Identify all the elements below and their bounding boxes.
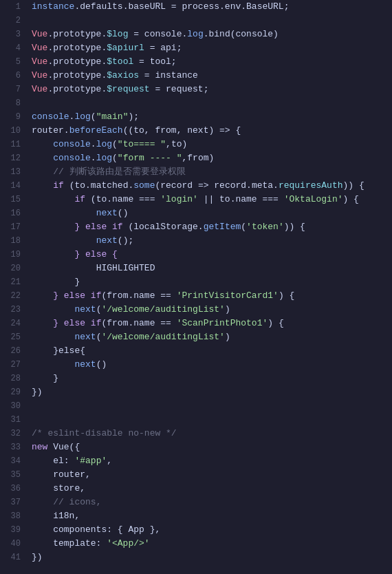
line-number: 28 <box>0 372 21 385</box>
token: beforeEach <box>69 125 123 136</box>
line-number: 13 <box>0 165 21 179</box>
code-line: next() <box>32 206 392 220</box>
token: ) <box>225 304 230 315</box>
token: )) { <box>343 180 364 191</box>
line-number: 40 <box>0 537 21 551</box>
code-line: } else if (localStorage.getItem('token')… <box>32 220 392 234</box>
line-number: 21 <box>0 275 21 289</box>
token: Vue <box>32 43 47 53</box>
line-number: 41 <box>0 551 21 564</box>
line-number: 3 <box>0 28 21 41</box>
token: } else if <box>53 318 101 328</box>
line-number: 4 <box>0 41 21 55</box>
token: }) <box>32 552 43 562</box>
token: new <box>32 442 47 452</box>
token <box>32 373 53 383</box>
line-number: 9 <box>0 110 21 124</box>
code-line: console.log("main"); <box>32 110 392 124</box>
token: $tool <box>107 56 133 67</box>
token: '#app' <box>74 456 107 466</box>
token: "to==== " <box>118 139 166 149</box>
token: router, <box>32 469 91 480</box>
code-line: instance.defaults.baseURL = process.env.… <box>32 0 392 14</box>
token: i18n, <box>32 511 80 521</box>
token: } else if <box>53 290 101 301</box>
token: ( <box>91 111 96 122</box>
line-number: 19 <box>0 248 21 262</box>
token: ((to, from, next) => { <box>123 125 241 136</box>
token <box>32 277 74 287</box>
token: next <box>74 359 96 370</box>
token: (localStorage. <box>123 222 204 232</box>
token: 'ScanPrintPhoto1' <box>177 318 268 328</box>
token: components: { App }, <box>32 524 160 535</box>
code-line: HIGHLIGHTED <box>32 262 392 275</box>
token: . <box>91 153 96 163</box>
line-number: 38 <box>0 509 21 523</box>
code-line: Vue.prototype.$tool = tool; <box>32 55 392 69</box>
code-line <box>32 413 392 427</box>
code-line: if (to.matched.some(record => record.met… <box>32 179 392 193</box>
code-line: }else{ <box>32 344 392 358</box>
token: log <box>74 111 90 122</box>
code-line: store, <box>32 482 392 496</box>
line-number: 31 <box>0 413 21 427</box>
token: .prototype. <box>47 70 107 81</box>
token: ,to) <box>166 139 187 149</box>
code-line: // icons, <box>32 496 392 509</box>
token <box>32 153 53 163</box>
token: template: <box>32 538 107 549</box>
token: // 判断该路由是否需要登录权限 <box>53 167 185 177</box>
token: , <box>107 456 112 466</box>
token <box>32 263 96 273</box>
token: "form ---- " <box>118 153 182 163</box>
token: requiresAuth <box>279 180 343 191</box>
code-line: console.log("to==== ",to) <box>32 138 392 151</box>
token: '/welcome/auditingList' <box>101 332 224 342</box>
line-number: 17 <box>0 220 21 234</box>
token: } <box>53 373 58 383</box>
token: "main" <box>96 111 129 122</box>
token: log <box>96 139 112 149</box>
token: = console. <box>128 29 187 39</box>
token: $apiurl <box>107 43 144 53</box>
token: (from.name == <box>101 318 176 328</box>
token: .prototype. <box>47 84 107 94</box>
token: ( <box>241 222 246 232</box>
token: Vue <box>32 84 47 94</box>
line-number: 29 <box>0 385 21 399</box>
token <box>32 318 53 328</box>
token: next <box>96 235 118 246</box>
token: } <box>74 277 80 287</box>
token: HIGHLIGHTED <box>96 263 155 273</box>
token: next <box>74 332 96 342</box>
code-line: } else { <box>32 248 392 262</box>
line-number: 5 <box>0 55 21 69</box>
token: log <box>96 153 112 163</box>
token: store, <box>32 483 85 493</box>
token: 'token' <box>246 222 284 232</box>
line-number: 10 <box>0 124 21 138</box>
code-line: /* eslint-disable no-new */ <box>32 427 392 440</box>
code-line <box>32 96 392 110</box>
token: ,from) <box>182 153 214 163</box>
token <box>32 332 74 342</box>
code-line: } else if(from.name == 'ScanPrintPhoto1'… <box>32 317 392 330</box>
code-line: // 判断该路由是否需要登录权限 <box>32 165 392 179</box>
code-line: Vue.prototype.$axios = instance <box>32 69 392 83</box>
code-line: i18n, <box>32 509 392 523</box>
token: console <box>53 139 91 149</box>
code-line: }) <box>32 551 392 564</box>
code-line: } <box>32 275 392 289</box>
token: next <box>96 208 118 218</box>
token: ) { <box>268 318 283 328</box>
line-number: 8 <box>0 96 21 110</box>
line-number: 11 <box>0 138 21 151</box>
token: }) <box>32 387 43 397</box>
token: (to.name === <box>85 194 160 204</box>
code-content: instance.defaults.baseURL = process.env.… <box>26 0 392 574</box>
code-line: components: { App }, <box>32 523 392 537</box>
token: Vue <box>32 56 47 67</box>
line-number: 27 <box>0 358 21 372</box>
token: .prototype. <box>47 56 107 67</box>
